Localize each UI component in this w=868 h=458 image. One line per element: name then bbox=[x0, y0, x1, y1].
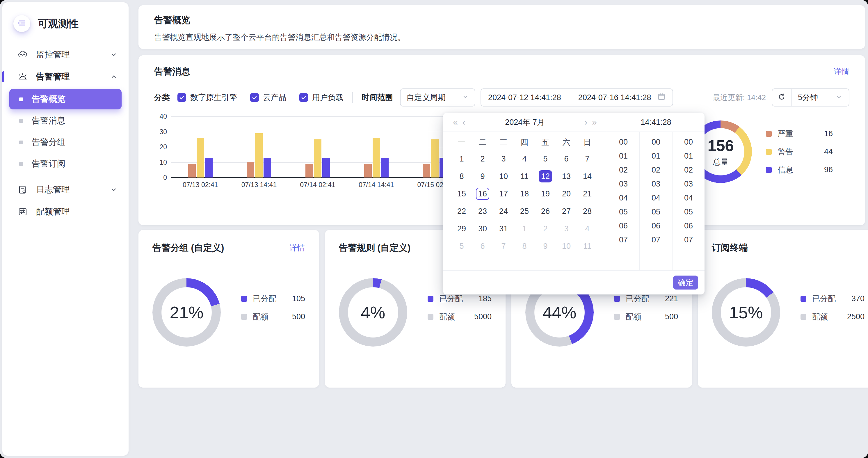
collapse-menu-button[interactable] bbox=[13, 15, 30, 32]
time-option[interactable]: 00 bbox=[608, 135, 639, 149]
progress-donut: 15% bbox=[712, 278, 780, 346]
calendar-day[interactable]: 19 bbox=[535, 185, 556, 203]
calendar-day[interactable]: 14 bbox=[577, 167, 598, 185]
category-checkbox[interactable]: 数字原生引擎 bbox=[178, 92, 237, 103]
calendar-day[interactable]: 27 bbox=[556, 203, 577, 220]
calendar-day[interactable]: 11 bbox=[514, 167, 535, 185]
refresh-interval-select[interactable]: 5分钟 bbox=[792, 89, 849, 106]
calendar-day[interactable]: 9 bbox=[472, 167, 493, 185]
bar-信息 bbox=[205, 158, 213, 178]
time-option[interactable]: 01 bbox=[673, 149, 705, 163]
prev-month-button[interactable]: ‹ bbox=[460, 118, 468, 127]
calendar-day[interactable]: 25 bbox=[514, 203, 535, 220]
calendar-day[interactable]: 3 bbox=[493, 150, 514, 167]
legend-item: 严重16 bbox=[766, 129, 833, 139]
sidebar-subitem-label: 告警分组 bbox=[32, 136, 65, 148]
calendar-day[interactable]: 20 bbox=[556, 185, 577, 203]
time-option[interactable]: 05 bbox=[640, 205, 672, 219]
prev-year-button[interactable]: « bbox=[451, 118, 460, 127]
time-option[interactable]: 02 bbox=[640, 163, 672, 177]
calendar-day[interactable]: 26 bbox=[535, 203, 556, 220]
legend-label: 已分配 bbox=[626, 294, 649, 304]
time-option[interactable]: 04 bbox=[608, 191, 639, 205]
calendar-day[interactable]: 7 bbox=[577, 150, 598, 167]
y-tick-label: 30 bbox=[159, 128, 167, 135]
time-option[interactable]: 07 bbox=[673, 233, 705, 247]
time-option[interactable]: 04 bbox=[640, 191, 672, 205]
refresh-button[interactable] bbox=[772, 89, 792, 106]
time-option[interactable]: 02 bbox=[608, 163, 639, 177]
sidebar-item-alarm-groups[interactable]: 告警分组 bbox=[9, 132, 122, 152]
calendar-day-number: 1 bbox=[518, 223, 531, 235]
date-range-input[interactable]: 2024-07-12 14:41:28 – 2024-07-16 14:41:2… bbox=[480, 88, 673, 106]
time-option[interactable]: 03 bbox=[640, 177, 672, 191]
calendar-day[interactable]: 5 bbox=[535, 150, 556, 167]
sidebar-item-alarm-overview[interactable]: 告警概览 bbox=[9, 89, 122, 110]
legend-swatch bbox=[766, 167, 772, 173]
calendar-day-number: 22 bbox=[455, 205, 468, 217]
time-option[interactable]: 06 bbox=[608, 219, 639, 233]
calendar-day[interactable]: 30 bbox=[472, 220, 493, 238]
calendar-day[interactable]: 12 bbox=[535, 167, 556, 185]
calendar-day[interactable]: 23 bbox=[472, 203, 493, 220]
time-range-label: 时间范围 bbox=[362, 92, 393, 103]
sidebar-item-alarm-subscriptions[interactable]: 告警订阅 bbox=[9, 154, 122, 174]
calendar-day[interactable]: 13 bbox=[556, 167, 577, 185]
period-select[interactable]: 自定义周期 bbox=[400, 88, 475, 106]
next-year-button[interactable]: » bbox=[590, 118, 599, 127]
legend-item: 配额500 bbox=[241, 312, 305, 322]
time-option[interactable]: 03 bbox=[673, 177, 705, 191]
calendar-day[interactable]: 28 bbox=[577, 203, 598, 220]
calendar-day[interactable]: 15 bbox=[451, 185, 472, 203]
time-option[interactable]: 05 bbox=[608, 205, 639, 219]
calendar-day[interactable]: 22 bbox=[451, 203, 472, 220]
time-option[interactable]: 06 bbox=[673, 219, 705, 233]
calendar-day[interactable]: 8 bbox=[451, 167, 472, 185]
calendar-day[interactable]: 24 bbox=[493, 203, 514, 220]
sidebar-item-quota[interactable]: 配额管理 bbox=[9, 201, 122, 223]
time-option[interactable]: 07 bbox=[608, 233, 639, 247]
time-option[interactable]: 03 bbox=[608, 177, 639, 191]
weekday-label: 日 bbox=[577, 134, 598, 150]
confirm-button[interactable]: 确定 bbox=[673, 276, 698, 289]
messages-detail-link[interactable]: 详情 bbox=[834, 66, 849, 77]
calendar-day[interactable]: 16 bbox=[472, 185, 493, 203]
sidebar-subitem-label: 告警消息 bbox=[32, 115, 65, 127]
calendar-day[interactable]: 10 bbox=[493, 167, 514, 185]
time-option[interactable]: 07 bbox=[640, 233, 672, 247]
next-month-button[interactable]: › bbox=[582, 118, 590, 127]
legend-swatch bbox=[241, 296, 247, 302]
calendar-day[interactable]: 29 bbox=[451, 220, 472, 238]
time-option[interactable]: 05 bbox=[673, 205, 705, 219]
calendar-day[interactable]: 2 bbox=[472, 150, 493, 167]
calendar-day[interactable]: 21 bbox=[577, 185, 598, 203]
time-option[interactable]: 00 bbox=[673, 135, 705, 149]
sidebar-item-alarm-messages[interactable]: 告警消息 bbox=[9, 111, 122, 131]
legend-value: 96 bbox=[824, 165, 833, 174]
sidebar-item-alarm[interactable]: 告警管理 bbox=[9, 66, 122, 88]
calendar-day[interactable]: 1 bbox=[451, 150, 472, 167]
calendar-day[interactable]: 6 bbox=[556, 150, 577, 167]
sidebar-item-logs[interactable]: 日志管理 bbox=[9, 179, 122, 201]
time-option[interactable]: 01 bbox=[640, 149, 672, 163]
bar-严重 bbox=[247, 162, 254, 178]
legend-label: 信息 bbox=[778, 165, 793, 175]
time-option[interactable]: 00 bbox=[640, 135, 672, 149]
category-checkbox[interactable]: 用户负载 bbox=[299, 92, 344, 103]
sidebar-item-monitor[interactable]: 监控管理 bbox=[9, 44, 122, 66]
bar-严重 bbox=[305, 164, 313, 178]
time-option[interactable]: 04 bbox=[673, 191, 705, 205]
time-option[interactable]: 01 bbox=[608, 149, 639, 163]
page-header-card: 告警概览 告警概览直观地展示了整个云平台的告警消息汇总和告警资源分配情况。 bbox=[138, 5, 865, 49]
time-option[interactable]: 06 bbox=[640, 219, 672, 233]
time-option[interactable]: 02 bbox=[673, 163, 705, 177]
calendar-day[interactable]: 18 bbox=[514, 185, 535, 203]
calendar-day[interactable]: 17 bbox=[493, 185, 514, 203]
calendar-day[interactable]: 31 bbox=[493, 220, 514, 238]
category-checkbox[interactable]: 云产品 bbox=[250, 92, 286, 103]
calendar-day: 1 bbox=[514, 220, 535, 238]
calendar-day[interactable]: 4 bbox=[514, 150, 535, 167]
quota-detail-link[interactable]: 详情 bbox=[289, 243, 305, 253]
checkbox-checked-icon bbox=[178, 93, 186, 102]
y-tick-label: 0 bbox=[163, 174, 167, 182]
